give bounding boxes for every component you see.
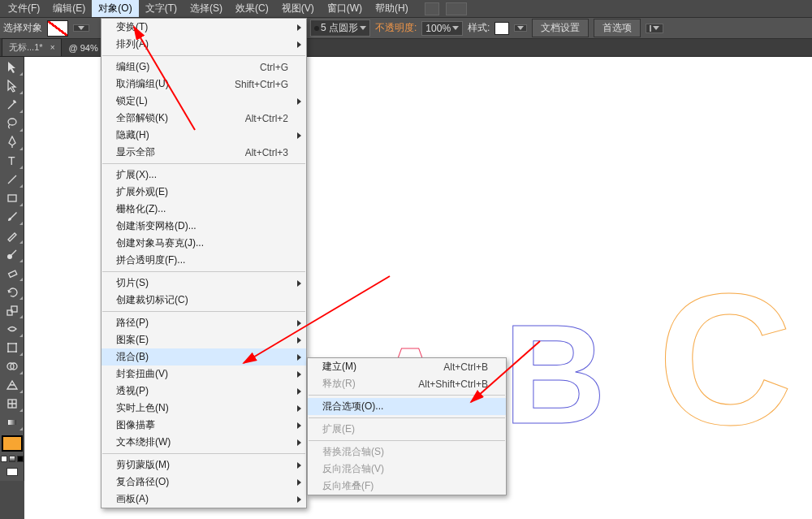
object-menu-item-26[interactable]: 图像描摹 bbox=[102, 417, 306, 434]
object-menu-item-17[interactable]: 切片(S) bbox=[102, 275, 306, 292]
object-menu-item-31[interactable]: 画板(A) bbox=[102, 491, 306, 508]
mesh-tool[interactable] bbox=[1, 395, 24, 413]
color-mode-gradient[interactable] bbox=[9, 456, 15, 462]
object-menu-item-6[interactable]: 全部解锁(K)Alt+Ctrl+2 bbox=[102, 110, 306, 127]
stroke-profile[interactable]: 5 点圆形 bbox=[310, 19, 370, 37]
submenu-arrow-icon bbox=[297, 24, 301, 31]
object-menu-item-21[interactable]: 图案(E) bbox=[102, 331, 306, 348]
blend-menu-item-5: 扩展(E) bbox=[308, 421, 506, 438]
object-menu-label-3: 编组(G) bbox=[116, 60, 235, 74]
rotate-tool[interactable] bbox=[1, 283, 24, 301]
object-menu-label-18: 创建裁切标记(C) bbox=[116, 293, 288, 307]
width-tool[interactable] bbox=[1, 320, 24, 338]
selection-tool[interactable] bbox=[1, 58, 24, 76]
object-menu-item-22[interactable]: 混合(B) bbox=[102, 348, 306, 365]
doc-tab[interactable]: 无标...1* × bbox=[2, 38, 62, 56]
blend-menu-item-8: 反向混合轴(V) bbox=[308, 461, 506, 478]
style-drop[interactable] bbox=[514, 24, 527, 32]
scale-tool[interactable] bbox=[1, 301, 24, 319]
blend-menu-label-1: 释放(R) bbox=[322, 377, 394, 391]
menu-file[interactable]: 文件(F) bbox=[2, 0, 46, 17]
object-menu-item-25[interactable]: 实时上色(N) bbox=[102, 400, 306, 417]
object-menu-label-22: 混合(B) bbox=[116, 350, 288, 364]
object-menu-label-11: 扩展外观(E) bbox=[116, 185, 288, 199]
object-menu-item-4[interactable]: 取消编组(U)Shift+Ctrl+G bbox=[102, 76, 306, 93]
object-menu-label-10: 扩展(X)... bbox=[116, 168, 288, 182]
menu-edit[interactable]: 编辑(E) bbox=[46, 0, 92, 17]
perspective-tool[interactable] bbox=[1, 376, 24, 394]
object-menu-item-11[interactable]: 扩展外观(E) bbox=[102, 184, 306, 201]
object-menu-item-14[interactable]: 创建对象马赛克(J)... bbox=[102, 235, 306, 252]
brush-tool[interactable] bbox=[1, 208, 24, 226]
menu-window[interactable]: 窗口(W) bbox=[321, 0, 369, 17]
object-menu-item-5[interactable]: 锁定(L) bbox=[102, 93, 306, 110]
opacity-field[interactable]: 100% bbox=[421, 21, 463, 36]
gradient-tool[interactable] bbox=[1, 413, 24, 431]
blend-menu-item-7: 替换混合轴(S) bbox=[308, 443, 506, 461]
line-tool[interactable] bbox=[1, 171, 24, 188]
rectangle-tool[interactable] bbox=[1, 189, 24, 207]
free-transform-tool[interactable] bbox=[1, 339, 24, 357]
style-swatch[interactable] bbox=[495, 22, 509, 35]
canvas-letter-b[interactable]: B bbox=[503, 292, 606, 456]
menubar: 文件(F) 编辑(E) 对象(O) 文字(T) 选择(S) 效果(C) 视图(V… bbox=[0, 0, 812, 18]
arrange-docs-icon[interactable] bbox=[446, 2, 467, 15]
svg-text:T: T bbox=[8, 154, 15, 167]
object-menu-item-18[interactable]: 创建裁切标记(C) bbox=[102, 292, 306, 309]
object-menu-label-1: 排列(A) bbox=[116, 37, 288, 51]
svg-point-12 bbox=[15, 351, 17, 352]
color-mode-color[interactable] bbox=[1, 456, 7, 462]
color-mode-none[interactable] bbox=[17, 456, 24, 462]
direct-select-tool[interactable] bbox=[1, 77, 24, 95]
bridge-icon[interactable] bbox=[425, 2, 439, 15]
object-menu-label-5: 锁定(L) bbox=[116, 94, 288, 108]
object-menu-item-29[interactable]: 剪切蒙版(M) bbox=[102, 456, 306, 474]
fill-stroke-swatch[interactable] bbox=[2, 435, 23, 452]
pen-tool[interactable] bbox=[1, 133, 24, 151]
menu-view[interactable]: 视图(V) bbox=[275, 0, 321, 17]
shape-builder-tool[interactable] bbox=[1, 357, 24, 375]
object-menu-item-20[interactable]: 路径(P) bbox=[102, 314, 306, 331]
object-menu-item-30[interactable]: 复合路径(O) bbox=[102, 474, 306, 491]
menu-type[interactable]: 文字(T) bbox=[139, 0, 184, 17]
canvas-letter-c[interactable]: C bbox=[658, 252, 793, 467]
object-menu: 变换(T)排列(A)编组(G)Ctrl+G取消编组(U)Shift+Ctrl+G… bbox=[101, 18, 307, 508]
blend-menu-item-0[interactable]: 建立(M)Alt+Ctrl+B bbox=[308, 358, 506, 375]
menu-effect[interactable]: 效果(C) bbox=[229, 0, 275, 17]
fill-swatch[interactable] bbox=[47, 20, 68, 37]
object-menu-label-29: 剪切蒙版(M) bbox=[116, 458, 288, 472]
object-menu-item-0[interactable]: 变换(T) bbox=[102, 19, 306, 36]
object-menu-label-4: 取消编组(U) bbox=[116, 77, 210, 91]
object-menu-item-12[interactable]: 栅格化(Z)... bbox=[102, 201, 306, 218]
magic-wand-tool[interactable] bbox=[1, 96, 24, 114]
close-icon[interactable]: × bbox=[50, 43, 55, 52]
object-menu-item-8[interactable]: 显示全部Alt+Ctrl+3 bbox=[102, 144, 306, 161]
object-menu-item-13[interactable]: 创建渐变网格(D)... bbox=[102, 218, 306, 235]
menu-select[interactable]: 选择(S) bbox=[184, 0, 229, 17]
align-drop[interactable] bbox=[646, 24, 663, 33]
lasso-tool[interactable] bbox=[1, 115, 24, 132]
opacity-label: 不透明度: bbox=[375, 21, 417, 35]
submenu-arrow-icon bbox=[297, 422, 301, 429]
object-menu-item-7[interactable]: 隐藏(H) bbox=[102, 127, 306, 144]
preferences-button[interactable]: 首选项 bbox=[594, 19, 641, 37]
menu-help[interactable]: 帮助(H) bbox=[369, 0, 415, 17]
fill-drop[interactable] bbox=[73, 24, 89, 32]
object-menu-item-24[interactable]: 透视(P) bbox=[102, 383, 306, 400]
blend-menu-item-3[interactable]: 混合选项(O)... bbox=[308, 398, 506, 415]
object-menu-item-15[interactable]: 拼合透明度(F)... bbox=[102, 252, 306, 269]
type-tool[interactable]: T bbox=[1, 152, 24, 170]
object-menu-item-27[interactable]: 文本绕排(W) bbox=[102, 434, 306, 451]
eraser-tool[interactable] bbox=[1, 264, 24, 282]
blob-brush-tool[interactable] bbox=[1, 245, 24, 263]
object-menu-item-23[interactable]: 封套扭曲(V) bbox=[102, 365, 306, 383]
object-menu-item-1[interactable]: 排列(A) bbox=[102, 36, 306, 53]
doc-setup-button[interactable]: 文档设置 bbox=[532, 19, 589, 37]
object-menu-item-10[interactable]: 扩展(X)... bbox=[102, 167, 306, 184]
pencil-tool[interactable] bbox=[1, 227, 24, 244]
blend-menu-shortcut-0: Alt+Ctrl+B bbox=[443, 361, 488, 373]
object-menu-item-3[interactable]: 编组(G)Ctrl+G bbox=[102, 58, 306, 76]
svg-rect-5 bbox=[8, 270, 16, 277]
screen-mode[interactable] bbox=[6, 468, 18, 476]
menu-object[interactable]: 对象(O) bbox=[92, 0, 138, 17]
